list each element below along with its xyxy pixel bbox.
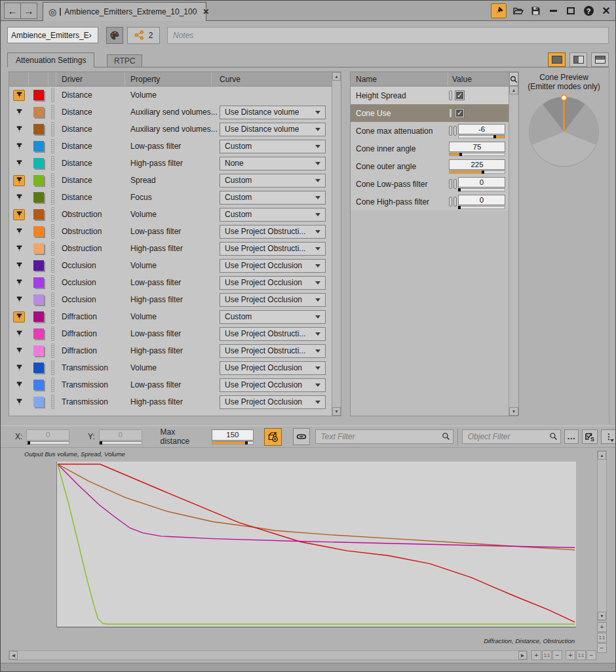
forward-button[interactable]: → [20, 3, 37, 19]
row-grip[interactable] [51, 378, 54, 392]
row-grip[interactable] [51, 395, 54, 409]
pin-cell[interactable] [9, 158, 29, 169]
pin-toggle-on[interactable] [13, 90, 25, 101]
scroll-down-button[interactable]: ▼ [332, 407, 341, 416]
curve-color-swatch[interactable] [33, 209, 44, 220]
value-column-header[interactable]: Value [448, 72, 509, 86]
scroll-up-button[interactable]: ▲ [598, 451, 606, 460]
pin-toggle-off[interactable] [13, 141, 25, 152]
color-cell[interactable] [29, 90, 48, 100]
pin-cell[interactable] [9, 141, 29, 152]
checkbox[interactable]: ✓ [455, 91, 464, 100]
value-slider[interactable] [449, 170, 505, 174]
slider-marker[interactable] [458, 188, 461, 191]
row-grip[interactable] [51, 326, 54, 341]
value-input[interactable]: -6 [458, 124, 505, 134]
property-column-header[interactable]: Property [125, 72, 212, 86]
pin-toggle-on[interactable] [13, 175, 25, 186]
tab-rtpc[interactable]: RTPC [107, 54, 142, 68]
save-button[interactable] [529, 5, 542, 18]
pin-cell[interactable] [9, 90, 29, 101]
layout-horizontal-split-button[interactable] [591, 52, 609, 67]
zoom-out-both-button[interactable]: − [587, 650, 596, 660]
pin-toggle-off[interactable] [13, 397, 25, 408]
curve-color-swatch[interactable] [33, 311, 44, 322]
curve-row[interactable]: TransmissionHigh-pass filterUse Project … [9, 393, 332, 410]
property-row[interactable]: Cone inner angle75 [351, 140, 509, 157]
graph-vertical-scrollbar[interactable]: ▲ ▼ [597, 450, 607, 621]
curve-mode-dropdown[interactable]: Custom [220, 208, 326, 222]
scrollbar-track[interactable] [509, 94, 518, 407]
curve-row[interactable]: DiffractionVolumeCustom [9, 308, 332, 325]
game-object-toggle-button[interactable] [264, 428, 282, 446]
curve-mode-dropdown[interactable]: Custom [220, 140, 326, 153]
zoom-in-horizontal-button[interactable]: + [531, 650, 541, 660]
color-cell[interactable] [29, 397, 48, 407]
pin-cell[interactable] [9, 209, 29, 220]
color-cell[interactable] [29, 328, 48, 339]
max-distance-value[interactable]: 150 [212, 429, 254, 441]
zoom-reset-both-button[interactable]: 1:1 [576, 650, 586, 660]
curve-color-swatch[interactable] [33, 107, 44, 117]
pin-toggle-off[interactable] [13, 192, 25, 203]
row-grip[interactable] [51, 292, 54, 307]
curve-mode-dropdown[interactable]: Use Project Obstructi... [220, 225, 326, 239]
graph-options-menu-button[interactable]: ⋮ [601, 429, 616, 444]
curve-row[interactable]: DistanceSpreadCustom [9, 172, 332, 189]
pin-toggle-off[interactable] [13, 363, 25, 374]
driver-column-header[interactable]: Driver [56, 72, 125, 86]
row-grip[interactable] [51, 275, 54, 290]
x-value[interactable]: 0 [26, 429, 69, 441]
curve-row[interactable]: DistanceHigh-pass filterNone [9, 155, 332, 172]
close-window-button[interactable]: ✕ [600, 5, 613, 18]
notes-input[interactable] [167, 27, 609, 44]
slider-marker[interactable] [482, 170, 484, 174]
scroll-down-button[interactable]: ▼ [598, 612, 606, 620]
curve-row[interactable]: DiffractionHigh-pass filterUse Project O… [9, 342, 332, 359]
curve-column-header[interactable]: Curve [212, 72, 332, 86]
curve-mode-dropdown[interactable]: Use Project Occlusion [220, 276, 326, 290]
color-cell[interactable] [29, 363, 48, 373]
x-coordinate-field[interactable]: 0 [26, 429, 69, 445]
curve-row[interactable]: DiffractionLow-pass filterUse Project Ob… [9, 325, 332, 342]
layout-vertical-split-button[interactable] [569, 52, 587, 67]
back-button[interactable]: ← [4, 3, 21, 19]
max-distance-field[interactable]: 150 [212, 429, 254, 445]
curve-color-swatch[interactable] [33, 397, 44, 407]
open-button[interactable] [511, 5, 524, 18]
property-row[interactable]: Cone High-pass filter0 [351, 193, 509, 210]
color-cell[interactable] [29, 124, 48, 134]
curve-color-swatch[interactable] [33, 158, 44, 168]
color-cell[interactable] [29, 141, 48, 151]
pin-cell[interactable] [9, 192, 29, 203]
row-grip[interactable] [51, 156, 54, 170]
pin-cell[interactable] [9, 397, 29, 408]
pin-window-button[interactable] [491, 3, 507, 18]
value-input[interactable]: 0 [458, 195, 505, 205]
pin-toggle-off[interactable] [13, 346, 25, 357]
pin-toggle-off[interactable] [13, 294, 25, 306]
pin-cell[interactable] [9, 124, 29, 135]
color-cell[interactable] [29, 243, 48, 254]
pin-toggle-off[interactable] [13, 226, 25, 237]
pin-cell[interactable] [9, 346, 29, 357]
curve-mode-dropdown[interactable]: Use Project Obstructi... [220, 242, 326, 256]
value-slider[interactable] [449, 153, 505, 156]
curve-mode-dropdown[interactable]: Use Distance volume [220, 123, 326, 136]
curve-color-swatch[interactable] [33, 175, 44, 186]
color-cell[interactable] [29, 311, 48, 322]
graph-horizontal-scrollbar[interactable]: ◀ ▶ [9, 650, 528, 660]
color-cell[interactable] [29, 209, 48, 220]
color-cell[interactable] [29, 346, 48, 356]
search-properties-button[interactable] [509, 72, 518, 86]
pin-cell[interactable] [9, 363, 29, 374]
document-tab[interactable]: ◎ Ambience_Emitters_Extreme_10_100 ✕ [43, 2, 206, 21]
value-input[interactable]: 225 [449, 159, 505, 170]
zoom-out-vertical-button[interactable]: − [597, 643, 607, 653]
curve-mode-dropdown[interactable]: Custom [220, 191, 326, 205]
curve-color-swatch[interactable] [33, 243, 44, 254]
pin-toggle-off[interactable] [13, 328, 25, 340]
scroll-up-button[interactable]: ▲ [332, 72, 341, 81]
layout-single-button[interactable] [548, 52, 566, 67]
color-cell[interactable] [29, 158, 48, 168]
